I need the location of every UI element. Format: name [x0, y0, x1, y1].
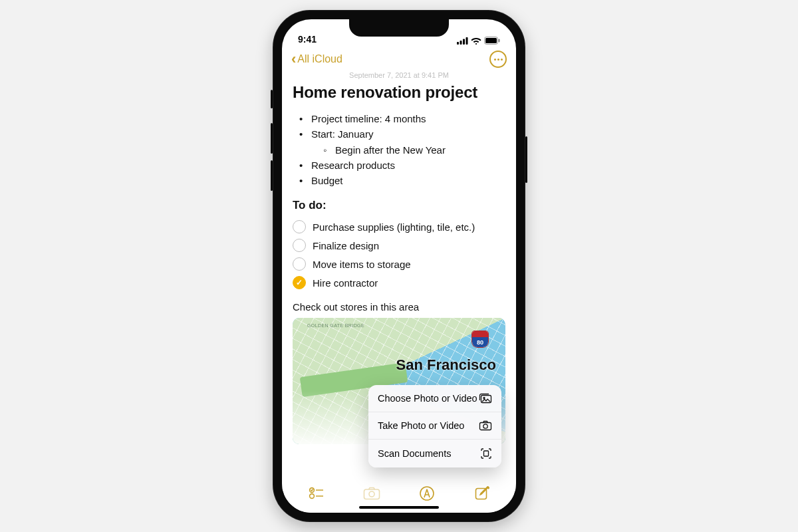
checklist-text[interactable]: Move items to storage — [313, 259, 411, 270]
checklist-icon — [309, 487, 325, 500]
checklist-text[interactable]: Purchase supplies (lighting, tile, etc.) — [313, 221, 475, 233]
list-item[interactable]: Begin after the New Year — [323, 142, 505, 158]
scan-icon — [480, 448, 492, 460]
phone-frame: 9:41 ‹ All iCloud September 7, 2021 at 9… — [273, 10, 525, 522]
svg-rect-6 — [499, 39, 500, 43]
power-button — [525, 136, 527, 183]
menu-take-photo[interactable]: Take Photo or Video — [368, 412, 501, 439]
screen: 9:41 ‹ All iCloud September 7, 2021 at 9… — [282, 19, 516, 513]
svg-point-14 — [309, 494, 314, 499]
svg-point-18 — [420, 487, 434, 500]
svg-point-10 — [483, 424, 487, 428]
checklist-item[interactable]: Hire contractor — [293, 273, 505, 292]
list-item-text: Start: January — [311, 128, 373, 140]
sub-list[interactable]: Begin after the New Year — [323, 142, 505, 158]
list-item[interactable]: Start: January Begin after the New Year — [299, 126, 505, 158]
menu-label: Scan Documents — [378, 448, 451, 459]
status-time: 9:41 — [298, 34, 317, 45]
markup-icon — [419, 485, 435, 501]
checklist-item[interactable]: Move items to storage — [293, 255, 505, 273]
svg-rect-11 — [484, 451, 489, 456]
checkbox-unchecked-icon[interactable] — [293, 220, 306, 233]
svg-rect-2 — [463, 39, 465, 45]
checklist-text[interactable]: Hire contractor — [313, 277, 378, 289]
checklist-text[interactable]: Finalize design — [313, 240, 379, 251]
note-timestamp: September 7, 2021 at 9:41 PM — [293, 72, 505, 79]
compose-button[interactable] — [469, 480, 495, 507]
ellipsis-icon — [494, 59, 503, 61]
svg-point-17 — [369, 491, 374, 497]
volume-down-button — [271, 160, 273, 191]
photo-library-icon — [479, 393, 492, 404]
cellular-icon — [457, 37, 468, 45]
svg-rect-3 — [466, 37, 468, 45]
notch — [349, 19, 449, 37]
checkbox-unchecked-icon[interactable] — [293, 257, 306, 271]
menu-label: Take Photo or Video — [378, 420, 464, 431]
interstate-shield-icon: 80 — [472, 331, 488, 347]
silence-switch — [271, 90, 273, 108]
status-right — [457, 37, 500, 45]
checklist-button[interactable] — [303, 480, 330, 507]
note-title[interactable]: Home renovation project — [293, 83, 505, 102]
map-bridge-label: GOLDEN GATE BRIDGE — [307, 323, 364, 328]
compose-icon — [474, 485, 490, 501]
paragraph[interactable]: Check out stores in this area — [293, 301, 505, 313]
svg-rect-5 — [485, 38, 497, 43]
attachment-menu: Choose Photo or Video Take Photo or Vide… — [368, 385, 501, 467]
camera-icon — [363, 487, 380, 500]
map-city-label: San Francisco — [396, 356, 496, 374]
menu-label: Choose Photo or Video — [378, 393, 477, 404]
todo-heading[interactable]: To do: — [293, 199, 505, 212]
more-button[interactable] — [489, 51, 507, 68]
checkbox-unchecked-icon[interactable] — [293, 239, 306, 252]
bullet-list[interactable]: Project timeline: 4 months Start: Januar… — [299, 111, 505, 188]
list-item[interactable]: Research products — [299, 158, 505, 173]
camera-icon — [479, 420, 492, 431]
checklist-item[interactable]: Purchase supplies (lighting, tile, etc.) — [293, 217, 505, 236]
menu-choose-photo[interactable]: Choose Photo or Video — [368, 385, 501, 412]
list-item[interactable]: Budget — [299, 173, 505, 188]
volume-up-button — [271, 123, 273, 154]
checklist[interactable]: Purchase supplies (lighting, tile, etc.)… — [293, 217, 505, 292]
menu-scan-documents[interactable]: Scan Documents — [368, 439, 501, 467]
wifi-icon — [471, 37, 481, 45]
svg-rect-0 — [457, 42, 459, 45]
svg-rect-1 — [460, 41, 462, 45]
nav-bar: ‹ All iCloud — [282, 46, 516, 72]
battery-icon — [484, 37, 500, 45]
svg-point-8 — [483, 398, 485, 399]
chevron-left-icon: ‹ — [291, 52, 296, 66]
checklist-item[interactable]: Finalize design — [293, 236, 505, 255]
back-button[interactable]: ‹ All iCloud — [291, 52, 342, 66]
home-indicator[interactable] — [359, 506, 439, 509]
checkbox-checked-icon[interactable] — [293, 276, 306, 289]
markup-button[interactable] — [414, 480, 440, 507]
list-item[interactable]: Project timeline: 4 months — [299, 111, 505, 126]
svg-rect-16 — [364, 489, 379, 499]
back-label: All iCloud — [297, 53, 342, 65]
camera-button[interactable] — [358, 480, 385, 507]
